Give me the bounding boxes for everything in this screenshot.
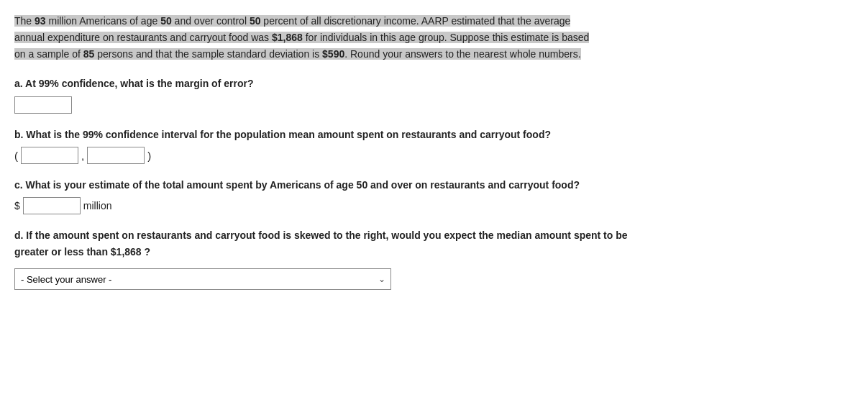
select-answer-dropdown[interactable]: - Select your answer - Greater Less — [14, 268, 391, 290]
question-b: b. What is the 99% confidence interval f… — [14, 127, 854, 164]
comma-separator: , — [81, 150, 84, 162]
question-a-label: a. At 99% confidence, what is the margin… — [14, 76, 854, 91]
question-c-letter: c. — [14, 179, 23, 191]
highlighted-text-line2: annual expenditure on restaurants and ca… — [14, 32, 589, 43]
question-d: d. If the amount spent on restaurants an… — [14, 227, 854, 290]
highlighted-text-line3: on a sample of 85 persons and that the s… — [14, 48, 581, 60]
highlighted-text-line1: The 93 million Americans of age 50 and o… — [14, 15, 570, 27]
question-b-input2[interactable] — [87, 147, 145, 164]
interval-inputs-row: ( , ) — [14, 147, 854, 164]
problem-statement: The 93 million Americans of age 50 and o… — [14, 13, 854, 63]
dollar-symbol: $ — [14, 200, 20, 211]
question-c: c. What is your estimate of the total am… — [14, 177, 854, 214]
question-a: a. At 99% confidence, what is the margin… — [14, 76, 854, 113]
question-c-input[interactable] — [23, 197, 81, 214]
question-d-label: d. If the amount spent on restaurants an… — [14, 227, 854, 260]
left-paren: ( — [14, 150, 18, 162]
question-b-label: b. What is the 99% confidence interval f… — [14, 127, 854, 142]
question-b-letter: b. — [14, 129, 23, 140]
right-paren: ) — [147, 150, 151, 162]
million-label: million — [83, 200, 112, 211]
dollar-input-row: $ million — [14, 197, 854, 214]
question-b-input1[interactable] — [21, 147, 78, 164]
question-a-input[interactable] — [14, 96, 72, 114]
question-a-letter: a. — [14, 78, 23, 89]
question-d-letter: d. — [14, 229, 23, 241]
question-c-label: c. What is your estimate of the total am… — [14, 177, 854, 193]
select-answer-wrapper: - Select your answer - Greater Less ⌄ — [14, 268, 391, 290]
